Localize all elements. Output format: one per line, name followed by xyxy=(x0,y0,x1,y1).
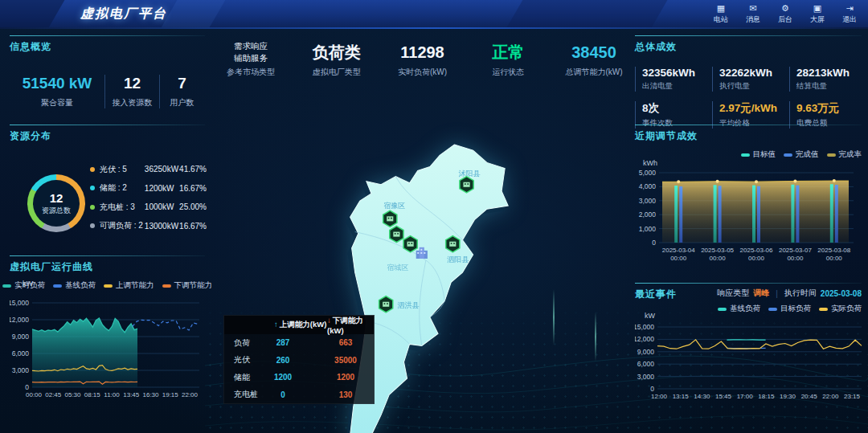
map-label-sucheng: 宿城区 xyxy=(387,263,408,272)
station-marker[interactable] xyxy=(446,236,460,252)
x-tick-label: 05:30 xyxy=(64,391,81,398)
up-arrow-icon: ↑ xyxy=(274,320,278,329)
stat-run-status: 正常 运行状态 xyxy=(473,40,543,78)
x-tick-label: 08:15 xyxy=(84,391,101,398)
nav-bigscreen[interactable]: ▣ 大屏 xyxy=(805,2,829,25)
panel-info-overview: 信息概览 51540 kW 聚合容量 12 接入资源数 7 用户数 xyxy=(10,35,205,108)
实际负荷-line xyxy=(657,340,862,349)
panel-title: 近期调节成效 xyxy=(635,125,862,143)
x-tick-date: 2025-03-07 xyxy=(779,247,812,254)
legend-row-storage: 储能 : 2 1200kW 16.67% xyxy=(90,179,207,198)
adjustable-load-dot xyxy=(90,223,95,228)
x-tick-date: 2025-03-04 xyxy=(662,247,695,254)
完成值-bar xyxy=(796,186,799,243)
station-marker[interactable] xyxy=(379,296,393,312)
stat-capacity: 51540 kW 聚合容量 xyxy=(10,75,104,108)
station-icon: ▦ xyxy=(717,2,725,14)
目标值-bar xyxy=(830,184,833,243)
info-stats: 51540 kW 聚合容量 12 接入资源数 7 用户数 xyxy=(10,75,205,108)
x-tick-label: 13:45 xyxy=(123,391,140,398)
screen-icon: ▣ xyxy=(813,2,821,14)
header-decor xyxy=(161,0,226,29)
x-tick-time: 00:00 xyxy=(826,255,843,262)
stat-total-capability: 38450 总调节能力(kW) xyxy=(559,40,629,78)
panel-title: 总体成效 xyxy=(635,35,862,54)
y-tick-label: 3,000 xyxy=(12,366,30,374)
x-tick-label: 14:30 xyxy=(694,393,710,400)
legend-row-pv: 光伏 : 5 36250kW 41.67% xyxy=(90,160,207,179)
stat-market-type: 需求响应 辅助服务 参考市场类型 xyxy=(215,40,286,78)
storage-dot xyxy=(90,186,95,190)
run-curve-chart: 03,0006,0009,00012,00015,00000:0002:4505… xyxy=(10,273,205,410)
rate-marker xyxy=(677,180,680,183)
rate-marker xyxy=(833,179,836,182)
x-tick-time: 00:00 xyxy=(710,255,727,262)
x-tick-time: 00:00 xyxy=(670,255,687,262)
exec-time-label: 执行时间 xyxy=(784,288,817,299)
gear-icon: ⚙ xyxy=(781,2,789,14)
y-tick-label: 0 xyxy=(650,385,654,393)
完成值-bar xyxy=(719,186,722,243)
station-marker[interactable] xyxy=(460,177,473,193)
station-marker[interactable] xyxy=(403,236,417,252)
panel-title: 虚拟电厂运行曲线 xyxy=(10,255,205,274)
down-arrow-icon: ↓ xyxy=(327,316,331,325)
table-row-pv: 光伏 260 35000 xyxy=(224,352,374,370)
y-tick-label: 1,000 xyxy=(639,225,657,233)
event-meta-row: 响应类型 调峰 | 执行时间 2025-03-08 xyxy=(635,288,862,299)
nav-message[interactable]: ✉ 消息 xyxy=(741,2,765,25)
pv-dot xyxy=(90,167,95,172)
light-beam xyxy=(553,289,555,345)
stat-users: 7 用户数 xyxy=(159,75,204,108)
capability-header: ↑上调能力(kW) ↓下调能力(kW) xyxy=(224,316,374,334)
charger-dot xyxy=(90,205,95,210)
response-type-value: 调峰 xyxy=(753,288,769,299)
header-decor xyxy=(506,0,668,29)
light-beam xyxy=(595,312,596,362)
rate-marker xyxy=(793,179,796,182)
x-tick-label: 15:45 xyxy=(715,393,732,400)
cell-settled-energy: 28213kWh 结算电量 xyxy=(789,67,860,92)
market-stats-row: 需求响应 辅助服务 参考市场类型 负荷类 虚拟电厂类型 11298 实时负荷(k… xyxy=(215,40,629,78)
y-tick-label: 3,000 xyxy=(637,373,655,381)
app-title: 虚拟电厂平台 xyxy=(80,6,167,22)
map-label-siyang: 泗阳县 xyxy=(447,255,469,263)
panel-overall: 总体成效 32356kWh 出清电量 32262kWh 执行电量 28213kW… xyxy=(635,35,862,129)
x-tick-label: 22:00 xyxy=(822,393,839,400)
station-marker[interactable] xyxy=(383,210,397,227)
y-tick-label: 2,000 xyxy=(639,210,657,219)
y-tick-label: 15,000 xyxy=(635,323,654,331)
x-tick-label: 02:45 xyxy=(45,391,62,398)
meta-divider: | xyxy=(776,289,778,298)
x-tick-label: 23:15 xyxy=(844,393,861,400)
y-tick-label: 15,000 xyxy=(10,299,29,307)
y-tick-label: 0 xyxy=(652,239,656,247)
panel-title: 资源分布 xyxy=(10,125,205,143)
nav-admin[interactable]: ⚙ 后台 xyxy=(773,2,797,25)
stat-resources: 12 接入资源数 xyxy=(104,75,159,108)
基线负荷-line xyxy=(133,320,198,330)
donut-center: 12 资源总数 xyxy=(33,180,80,227)
x-tick-label: 11:00 xyxy=(104,391,120,398)
cell-cleared-energy: 32356kWh 出清电量 xyxy=(635,67,712,92)
nav-logout[interactable]: ⇥ 退出 xyxy=(837,2,862,25)
app-header: 虚拟电厂平台 ▦ 电站 ✉ 消息 ⚙ 后台 ▣ 大屏 ⇥ 退出 xyxy=(0,0,868,29)
map-label-shuyang: 沭阳县 xyxy=(458,170,480,178)
capability-tooltip: ↑上调能力(kW) ↓下调能力(kW) 负荷 287 663 光伏 260 35… xyxy=(223,315,375,404)
y-tick-label: 0 xyxy=(25,383,29,391)
legend-row-adjustable-load: 可调负荷 : 2 13000kW 16.67% xyxy=(90,217,207,236)
目标值-bar xyxy=(752,186,755,243)
x-tick-label: 13:15 xyxy=(673,393,690,400)
panel-resource-distribution: 资源分布 12 资源总数 光伏 : 5 36250kW 41.67% 储能 : … xyxy=(10,125,205,251)
y-tick-label: 6,000 xyxy=(12,349,30,357)
header-nav: ▦ 电站 ✉ 消息 ⚙ 后台 ▣ 大屏 ⇥ 退出 xyxy=(709,2,862,25)
exec-time-value: 2025-03-08 xyxy=(821,289,862,298)
map-label-sihong: 泗洪县 xyxy=(397,301,419,309)
x-tick-label: 17:00 xyxy=(737,393,754,400)
overall-grid: 32356kWh 出清电量 32262kWh 执行电量 28213kWh 结算电… xyxy=(635,67,862,129)
response-type-label: 响应类型 xyxy=(717,288,749,299)
完成值-bar xyxy=(679,186,682,243)
nav-station[interactable]: ▦ 电站 xyxy=(709,2,733,25)
x-tick-label: 20:45 xyxy=(801,393,818,400)
station-marker[interactable] xyxy=(390,226,403,242)
